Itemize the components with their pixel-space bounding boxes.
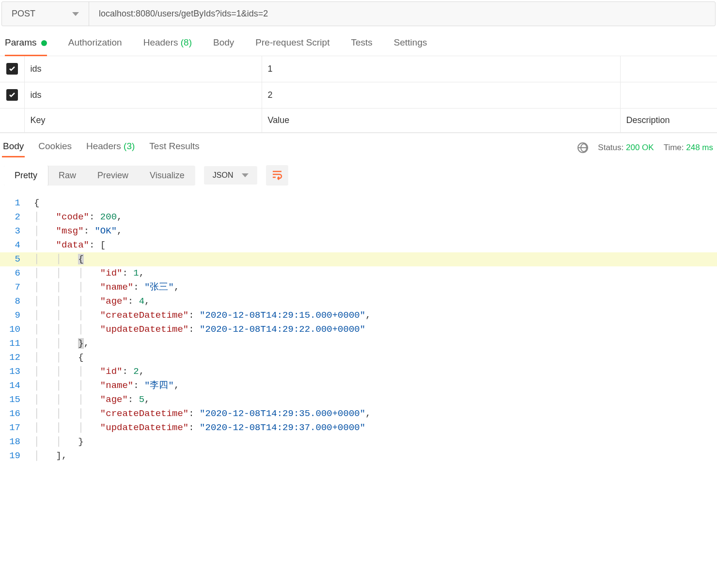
status-group: Status: 200 OK	[598, 143, 654, 153]
params-table: ids 1 ids 2 Key Value Description	[0, 56, 717, 133]
param-row: ids 2	[0, 82, 717, 108]
headers-count: (8)	[181, 37, 192, 47]
method-label: POST	[12, 9, 72, 19]
json-key: "data"	[56, 240, 89, 250]
brace-open: {	[78, 254, 83, 264]
json-key: "name"	[100, 380, 133, 391]
param-key-placeholder[interactable]: Key	[24, 108, 262, 133]
json-key: "createDatetime"	[100, 310, 188, 321]
tab-headers-label: Headers	[143, 37, 178, 47]
wrap-lines-button[interactable]	[266, 165, 288, 186]
check-icon	[8, 91, 16, 99]
resp-tab-headers[interactable]: Headers (3)	[85, 138, 136, 157]
json-value: 4	[139, 296, 144, 307]
param-row: ids 1	[0, 56, 717, 82]
param-checkbox[interactable]	[6, 89, 18, 101]
chevron-down-icon	[242, 173, 249, 177]
tab-tests[interactable]: Tests	[351, 37, 372, 56]
param-key[interactable]: ids	[24, 82, 262, 108]
tab-prerequest[interactable]: Pre-request Script	[255, 37, 329, 56]
method-dropdown[interactable]: POST	[2, 2, 89, 26]
param-row-empty: Key Value Description	[0, 108, 717, 133]
view-visualize-button[interactable]: Visualize	[139, 166, 195, 186]
format-dropdown[interactable]: JSON	[204, 166, 258, 185]
json-key: "age"	[100, 296, 128, 307]
response-tabs: Body Cookies Headers (3) Test Results	[2, 138, 201, 157]
json-key: "updateDatetime"	[100, 422, 188, 433]
response-tabs-row: Body Cookies Headers (3) Test Results St…	[0, 133, 717, 157]
tab-headers[interactable]: Headers (8)	[143, 37, 192, 56]
param-value[interactable]: 1	[262, 56, 620, 82]
json-key: "id"	[100, 268, 123, 279]
resp-tab-body[interactable]: Body	[2, 138, 25, 157]
json-value: "2020-12-08T14:29:22.000+0000"	[200, 324, 365, 335]
param-description-placeholder[interactable]: Description	[620, 108, 717, 133]
json-value: "张三"	[144, 282, 174, 293]
param-description[interactable]	[620, 56, 717, 82]
resp-headers-count: (3)	[124, 141, 135, 151]
param-key[interactable]: ids	[24, 56, 262, 82]
json-value: "2020-12-08T14:29:37.000+0000"	[200, 422, 365, 433]
view-mode-group: Pretty Raw Preview Visualize	[4, 166, 195, 186]
resp-tab-testresults[interactable]: Test Results	[148, 138, 200, 157]
status-label: Status:	[598, 143, 623, 152]
time-group: Time: 248 ms	[664, 143, 713, 153]
param-checkbox[interactable]	[6, 63, 18, 75]
json-key: "msg"	[56, 226, 84, 236]
json-key: "age"	[100, 394, 128, 405]
json-value: "2020-12-08T14:29:15.000+0000"	[200, 310, 365, 321]
resp-tab-cookies[interactable]: Cookies	[37, 138, 73, 157]
json-value: "OK"	[94, 226, 117, 236]
brace-close: }	[78, 338, 83, 349]
json-value: "2020-12-08T14:29:35.000+0000"	[200, 408, 365, 419]
json-value: "李四"	[144, 380, 174, 391]
tab-body[interactable]: Body	[213, 37, 234, 56]
view-preview-button[interactable]: Preview	[87, 166, 139, 186]
response-view-bar: Pretty Raw Preview Visualize JSON	[0, 157, 717, 193]
param-description[interactable]	[620, 82, 717, 108]
json-key: "id"	[100, 366, 123, 377]
response-status: Status: 200 OK Time: 248 ms	[577, 142, 713, 153]
tab-settings[interactable]: Settings	[394, 37, 427, 56]
params-active-dot-icon	[41, 40, 47, 46]
request-bar: POST localhost:8080/users/getByIds?ids=1…	[1, 1, 716, 26]
json-value: 2	[133, 366, 139, 377]
json-key: "code"	[56, 212, 89, 222]
json-key: "name"	[100, 282, 133, 293]
json-value: 5	[139, 394, 144, 405]
view-pretty-button[interactable]: Pretty	[4, 166, 48, 186]
time-label: Time:	[664, 143, 684, 152]
time-value: 248 ms	[686, 143, 713, 152]
json-key: "createDatetime"	[100, 408, 188, 419]
view-raw-button[interactable]: Raw	[48, 166, 87, 186]
globe-icon[interactable]	[577, 142, 588, 153]
param-value-placeholder[interactable]: Value	[262, 108, 620, 133]
tab-params[interactable]: Params	[5, 37, 47, 56]
json-value: 200	[100, 212, 117, 222]
format-label: JSON	[213, 171, 234, 180]
resp-tab-headers-label: Headers	[86, 141, 121, 151]
param-value[interactable]: 2	[262, 82, 620, 108]
json-value: 1	[133, 268, 139, 279]
check-icon	[8, 65, 16, 73]
brace: {	[34, 198, 39, 208]
wrap-icon	[271, 169, 283, 182]
response-body-editor[interactable]: 1{ 2│ "code": 200, 3│ "msg": "OK", 4│ "d…	[0, 193, 717, 466]
tab-authorization[interactable]: Authorization	[68, 37, 122, 56]
status-value: 200 OK	[626, 143, 654, 152]
json-key: "updateDatetime"	[100, 324, 188, 335]
chevron-down-icon	[72, 12, 79, 16]
tab-params-label: Params	[5, 37, 36, 47]
request-tabs: Params Authorization Headers (8) Body Pr…	[0, 28, 717, 56]
url-input[interactable]: localhost:8080/users/getByIds?ids=1&ids=…	[89, 2, 715, 26]
